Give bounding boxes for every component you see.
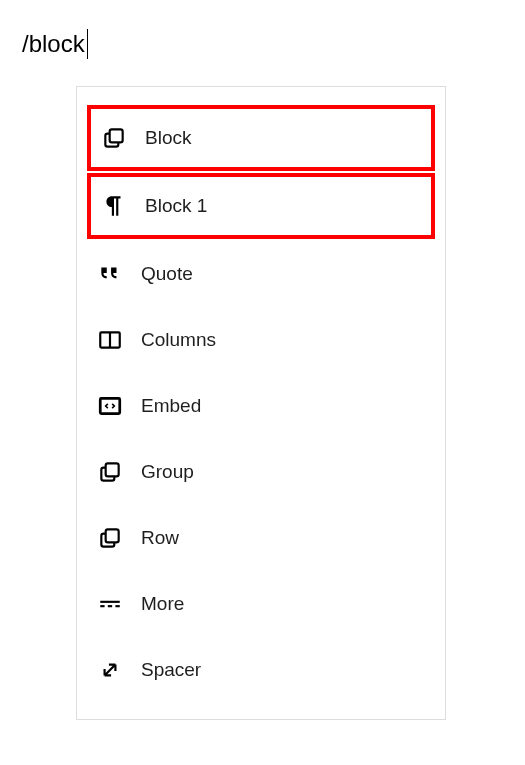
group-icon bbox=[97, 459, 141, 485]
menu-item-label: Spacer bbox=[141, 659, 201, 681]
menu-item-label: More bbox=[141, 593, 184, 615]
search-query-text: /block bbox=[22, 30, 85, 57]
menu-item-spacer[interactable]: Spacer bbox=[77, 637, 445, 703]
menu-item-more[interactable]: More bbox=[77, 571, 445, 637]
menu-item-block-1[interactable]: Block 1 bbox=[87, 173, 435, 239]
paragraph-icon bbox=[101, 193, 145, 219]
columns-icon bbox=[97, 327, 141, 353]
block-inserter-popup: Block Block 1 Quote Columns bbox=[76, 86, 446, 720]
quote-icon bbox=[97, 261, 141, 287]
svg-rect-1 bbox=[110, 129, 123, 142]
menu-item-label: Block 1 bbox=[145, 195, 207, 217]
menu-item-block[interactable]: Block bbox=[87, 105, 435, 171]
group-icon bbox=[97, 525, 141, 551]
menu-item-label: Row bbox=[141, 527, 179, 549]
more-icon bbox=[97, 591, 141, 617]
text-cursor bbox=[87, 29, 88, 59]
menu-item-label: Group bbox=[141, 461, 194, 483]
group-icon bbox=[101, 125, 145, 151]
menu-item-label: Embed bbox=[141, 395, 201, 417]
search-input[interactable]: /block bbox=[22, 30, 88, 61]
spacer-icon bbox=[97, 657, 141, 683]
menu-item-embed[interactable]: Embed bbox=[77, 373, 445, 439]
menu-item-label: Columns bbox=[141, 329, 216, 351]
embed-icon bbox=[97, 393, 141, 419]
svg-rect-8 bbox=[106, 529, 119, 542]
menu-item-label: Quote bbox=[141, 263, 193, 285]
menu-item-row[interactable]: Row bbox=[77, 505, 445, 571]
menu-item-columns[interactable]: Columns bbox=[77, 307, 445, 373]
menu-item-quote[interactable]: Quote bbox=[77, 241, 445, 307]
menu-item-label: Block bbox=[145, 127, 191, 149]
svg-rect-6 bbox=[106, 463, 119, 476]
svg-rect-4 bbox=[100, 398, 120, 413]
menu-item-group[interactable]: Group bbox=[77, 439, 445, 505]
